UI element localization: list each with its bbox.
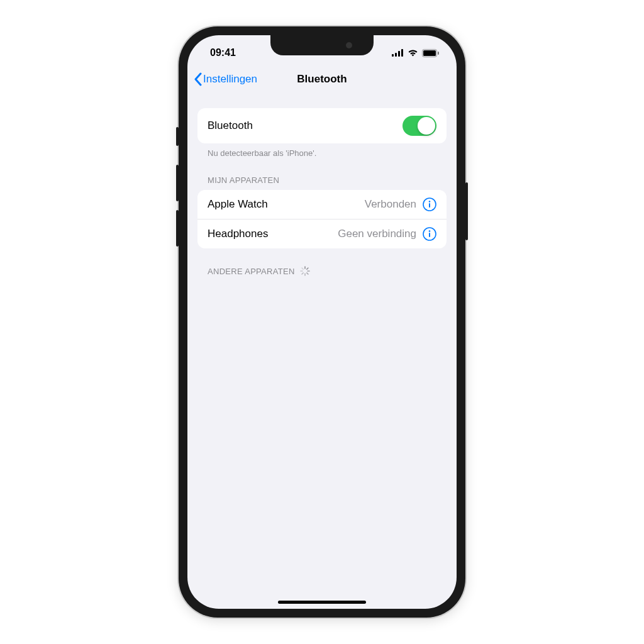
svg-rect-12: [429, 233, 430, 237]
page-title: Bluetooth: [297, 73, 347, 86]
my-devices-list: Apple Watch Verbonden Headphone: [197, 190, 447, 248]
svg-rect-9: [429, 203, 430, 208]
svg-rect-6: [438, 52, 439, 55]
back-label: Instellingen: [203, 73, 257, 86]
discoverable-footer: Nu detecteerbaar als 'iPhone'.: [197, 143, 447, 158]
device-status: Verbonden: [365, 198, 416, 211]
device-row[interactable]: Apple Watch Verbonden: [197, 190, 447, 219]
phone-frame: 09:41: [179, 26, 465, 618]
power-button: [465, 182, 468, 240]
bluetooth-toggle[interactable]: [402, 116, 436, 136]
other-devices-header-label: ANDERE APPARATEN: [208, 267, 295, 276]
svg-rect-1: [395, 53, 397, 57]
cellular-signal-icon: [392, 49, 404, 57]
device-status: Geen verbinding: [338, 228, 416, 240]
device-row[interactable]: Headphones Geen verbinding: [197, 219, 447, 248]
my-devices-header: MIJN APPARATEN: [197, 158, 447, 190]
svg-rect-2: [398, 51, 400, 57]
svg-point-11: [429, 230, 431, 232]
my-devices-header-label: MIJN APPARATEN: [208, 175, 279, 185]
status-time: 09:41: [210, 47, 236, 58]
device-info-button[interactable]: [423, 197, 436, 211]
volume-up-button: [176, 165, 179, 201]
bluetooth-toggle-group: Bluetooth: [197, 108, 447, 143]
device-info-button[interactable]: [423, 227, 436, 241]
back-button[interactable]: Instellingen: [194, 72, 257, 86]
svg-rect-0: [392, 54, 394, 57]
home-indicator[interactable]: [278, 601, 366, 604]
bluetooth-toggle-row[interactable]: Bluetooth: [197, 108, 447, 143]
volume-down-button: [176, 210, 179, 247]
svg-line-16: [307, 273, 308, 274]
svg-rect-5: [423, 50, 436, 56]
svg-line-18: [302, 273, 303, 274]
bluetooth-toggle-label: Bluetooth: [208, 119, 253, 132]
spinner-icon: [300, 266, 310, 276]
battery-icon: [422, 49, 439, 57]
chevron-left-icon: [194, 72, 202, 86]
notch: [270, 35, 374, 55]
status-icons: [392, 49, 439, 57]
wifi-icon: [408, 49, 418, 57]
svg-rect-3: [401, 49, 403, 57]
nav-bar: Instellingen Bluetooth: [187, 65, 457, 93]
device-name: Headphones: [208, 228, 268, 240]
svg-line-14: [307, 268, 308, 269]
device-name: Apple Watch: [208, 198, 268, 211]
other-devices-header: ANDERE APPARATEN: [197, 248, 447, 281]
svg-line-20: [302, 268, 303, 269]
content: Bluetooth Nu detecteerbaar als 'iPhone'.…: [187, 93, 457, 281]
screen: 09:41: [187, 35, 457, 609]
silence-switch: [176, 127, 179, 146]
svg-point-8: [429, 201, 431, 203]
